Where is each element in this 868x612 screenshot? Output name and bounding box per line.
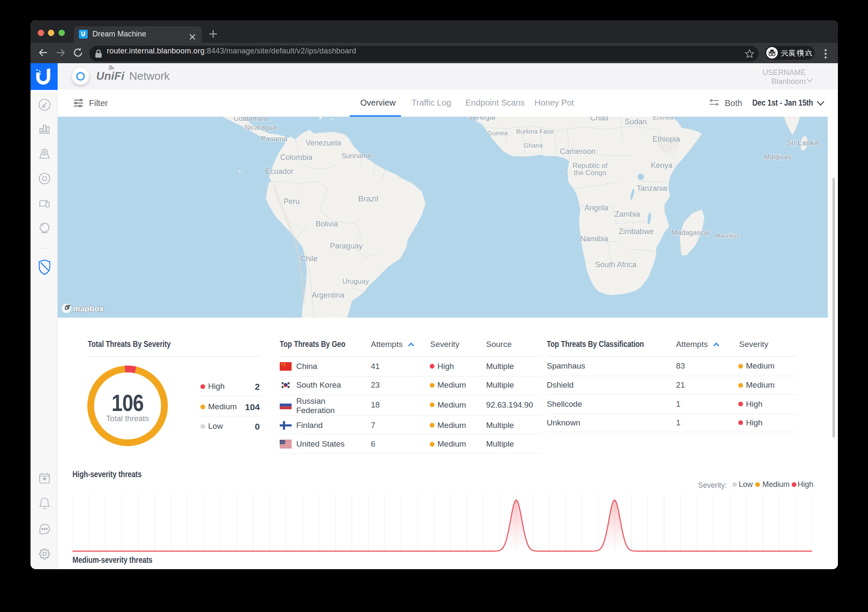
svg-text:Peru: Peru bbox=[284, 197, 300, 206]
svg-text:Ghana: Ghana bbox=[523, 142, 543, 149]
svg-text:Paraguay: Paraguay bbox=[330, 242, 362, 250]
svg-text:Sri Lanka: Sri Lanka bbox=[786, 139, 819, 147]
svg-text:Venezuela: Venezuela bbox=[306, 139, 342, 147]
svg-text:Tanzania: Tanzania bbox=[637, 184, 668, 193]
svg-text:Brazil: Brazil bbox=[358, 194, 378, 203]
svg-text:Burkina Faso: Burkina Faso bbox=[516, 128, 554, 135]
svg-text:Republic of: Republic of bbox=[573, 162, 608, 169]
svg-text:Guinea: Guinea bbox=[487, 129, 508, 137]
svg-text:Suriname: Suriname bbox=[342, 152, 372, 159]
svg-text:Kenya: Kenya bbox=[651, 161, 673, 170]
svg-text:Zimbabwe: Zimbabwe bbox=[618, 227, 654, 236]
svg-text:Argentina: Argentina bbox=[312, 291, 345, 299]
svg-text:Chad: Chad bbox=[590, 117, 608, 122]
svg-text:mapbox: mapbox bbox=[73, 304, 104, 313]
svg-text:Colombia: Colombia bbox=[280, 153, 313, 162]
svg-text:Uruguay: Uruguay bbox=[342, 277, 369, 285]
svg-text:Angola: Angola bbox=[584, 204, 609, 212]
svg-text:Namibia: Namibia bbox=[580, 235, 609, 243]
svg-text:Cameroon: Cameroon bbox=[560, 147, 595, 156]
svg-text:Ethiopia: Ethiopia bbox=[652, 135, 680, 143]
svg-text:Mauritius: Mauritius bbox=[715, 232, 740, 239]
svg-text:the Congo: the Congo bbox=[574, 169, 606, 176]
svg-text:Senegal: Senegal bbox=[467, 117, 495, 121]
svg-text:Sudan: Sudan bbox=[625, 117, 647, 126]
svg-text:Nicaragua: Nicaragua bbox=[245, 123, 277, 131]
svg-text:Panama: Panama bbox=[261, 135, 287, 143]
svg-text:South Africa: South Africa bbox=[595, 260, 637, 269]
svg-text:Bolivia: Bolivia bbox=[315, 220, 338, 228]
svg-text:Guatemala: Guatemala bbox=[234, 117, 268, 122]
svg-text:Chile: Chile bbox=[300, 254, 317, 263]
svg-text:Madagascar: Madagascar bbox=[672, 229, 710, 236]
svg-text:Eritrea: Eritrea bbox=[653, 117, 673, 121]
svg-text:Ecuador: Ecuador bbox=[265, 167, 293, 176]
svg-text:Maldives: Maldives bbox=[764, 153, 791, 161]
svg-text:Zambia: Zambia bbox=[615, 210, 640, 218]
